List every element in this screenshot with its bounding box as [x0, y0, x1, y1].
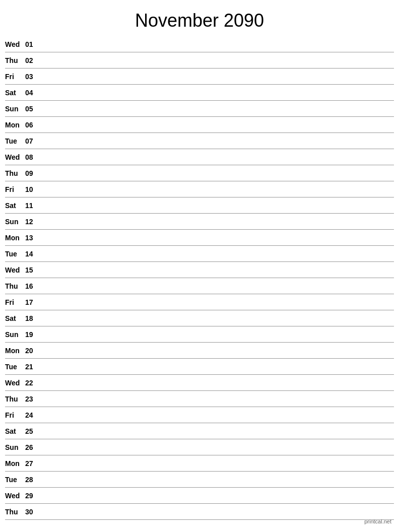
day-number: 25: [25, 427, 39, 435]
day-row: Sat25: [5, 423, 394, 439]
day-number: 04: [25, 89, 39, 97]
day-line: [39, 221, 394, 222]
day-row: Wed01: [5, 36, 394, 52]
day-line: [39, 366, 394, 367]
day-number: 17: [25, 298, 39, 306]
day-line: [39, 124, 394, 125]
day-number: 16: [25, 282, 39, 290]
day-row: Sun05: [5, 101, 394, 117]
day-row: Thu16: [5, 278, 394, 294]
footer-text: printcal.net: [364, 518, 391, 524]
day-name: Tue: [5, 363, 25, 371]
day-line: [39, 44, 394, 44]
day-number: 06: [25, 121, 39, 129]
day-name: Sat: [5, 427, 25, 435]
day-name: Fri: [5, 298, 25, 306]
day-number: 05: [25, 105, 39, 113]
day-name: Fri: [5, 411, 25, 419]
day-line: [39, 302, 394, 302]
day-line: [39, 511, 394, 512]
day-line: [39, 141, 394, 141]
day-line: [39, 157, 394, 157]
day-number: 26: [25, 443, 39, 451]
day-row: Wed08: [5, 149, 394, 165]
day-name: Mon: [5, 121, 25, 129]
day-number: 28: [25, 476, 39, 484]
day-line: [39, 76, 394, 77]
day-name: Wed: [5, 153, 25, 161]
day-number: 11: [25, 202, 39, 210]
day-name: Fri: [5, 73, 25, 81]
day-line: [39, 270, 394, 270]
day-line: [39, 60, 394, 60]
day-number: 03: [25, 73, 39, 81]
day-name: Wed: [5, 492, 25, 500]
day-number: 21: [25, 363, 39, 371]
day-line: [39, 463, 394, 463]
day-number: 08: [25, 153, 39, 161]
day-line: [39, 92, 394, 93]
day-number: 30: [25, 508, 39, 516]
day-name: Sun: [5, 105, 25, 113]
day-row: Thu30: [5, 504, 394, 520]
day-number: 13: [25, 234, 39, 242]
day-name: Wed: [5, 379, 25, 387]
day-number: 22: [25, 379, 39, 387]
day-name: Sun: [5, 443, 25, 451]
day-number: 10: [25, 185, 39, 193]
day-line: [39, 382, 394, 383]
day-number: 12: [25, 218, 39, 226]
day-line: [39, 286, 394, 286]
day-row: Mon13: [5, 230, 394, 246]
day-number: 27: [25, 459, 39, 468]
day-line: [39, 431, 394, 431]
day-number: 19: [25, 330, 39, 339]
day-row: Tue07: [5, 133, 394, 149]
day-name: Sun: [5, 218, 25, 226]
day-row: Sat11: [5, 197, 394, 214]
day-row: Fri10: [5, 181, 394, 197]
day-row: Sun19: [5, 326, 394, 343]
day-line: [39, 398, 394, 399]
day-number: 23: [25, 395, 39, 403]
day-line: [39, 479, 394, 480]
day-name: Wed: [5, 266, 25, 274]
day-row: Sun26: [5, 439, 394, 455]
day-row: Tue28: [5, 472, 394, 488]
day-name: Thu: [5, 282, 25, 290]
day-name: Mon: [5, 347, 25, 355]
day-number: 01: [25, 40, 39, 48]
day-line: [39, 173, 394, 173]
day-row: Mon20: [5, 343, 394, 359]
day-row: Fri03: [5, 69, 394, 85]
day-number: 24: [25, 411, 39, 419]
day-name: Mon: [5, 459, 25, 468]
day-number: 07: [25, 137, 39, 145]
day-line: [39, 350, 394, 351]
day-name: Sat: [5, 202, 25, 210]
day-name: Fri: [5, 185, 25, 193]
day-name: Tue: [5, 250, 25, 258]
day-name: Mon: [5, 234, 25, 242]
day-line: [39, 189, 394, 189]
day-name: Wed: [5, 40, 25, 48]
day-row: Sun12: [5, 214, 394, 230]
day-row: Tue14: [5, 246, 394, 262]
day-number: 18: [25, 314, 39, 322]
day-line: [39, 108, 394, 109]
day-number: 02: [25, 56, 39, 64]
day-number: 15: [25, 266, 39, 274]
day-line: [39, 253, 394, 254]
day-row: Mon06: [5, 117, 394, 133]
day-number: 29: [25, 492, 39, 500]
day-name: Thu: [5, 508, 25, 516]
day-line: [39, 495, 394, 496]
calendar-container: Wed01Thu02Fri03Sat04Sun05Mon06Tue07Wed08…: [0, 36, 399, 520]
day-line: [39, 447, 394, 447]
day-row: Sat04: [5, 85, 394, 101]
day-line: [39, 415, 394, 415]
day-name: Thu: [5, 169, 25, 177]
day-line: [39, 205, 394, 206]
day-row: Fri24: [5, 407, 394, 423]
day-name: Sun: [5, 330, 25, 339]
